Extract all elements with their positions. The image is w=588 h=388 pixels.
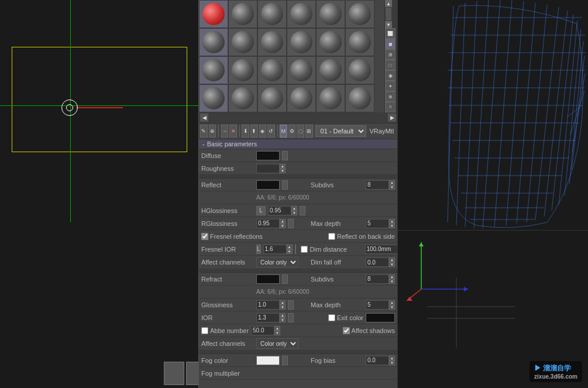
thumb-cell[interactable] xyxy=(287,28,316,56)
scroll-up-btn[interactable]: ▲ xyxy=(385,0,392,7)
exit-color-checkbox-label[interactable]: Exit color xyxy=(328,314,363,321)
show-map-btn[interactable]: M xyxy=(280,125,287,138)
hglossiness-spin-down[interactable]: ▼ xyxy=(291,211,297,215)
dim-fall-off-input[interactable] xyxy=(366,257,389,267)
fog-color-swatch[interactable] xyxy=(256,356,280,365)
reflect-map-btn[interactable] xyxy=(282,180,288,190)
put-material-btn[interactable]: ⬆ xyxy=(250,125,258,138)
subdivs-spin-up[interactable]: ▲ xyxy=(389,180,395,185)
ior-spin-down[interactable]: ▼ xyxy=(280,318,286,322)
effects-btn[interactable]: ◌ xyxy=(297,125,304,138)
reset-btn[interactable]: ↺ xyxy=(267,125,275,138)
refract-max-depth-spin-down[interactable]: ▼ xyxy=(389,305,395,310)
ior-map-btn[interactable] xyxy=(288,313,294,322)
nav-left-arrow[interactable]: ◀ xyxy=(200,114,208,122)
refract-glossiness-spin-up[interactable]: ▲ xyxy=(280,300,286,305)
side-icon-2[interactable]: ◼ xyxy=(385,39,396,49)
fresnel-reflections-checkbox[interactable] xyxy=(201,233,208,240)
thumb-cell[interactable] xyxy=(257,0,287,28)
refract-color-swatch[interactable] xyxy=(256,274,280,284)
side-icon-3[interactable]: ⊞ xyxy=(385,49,396,60)
assign-btn[interactable]: → xyxy=(221,125,229,138)
hglossiness-map-btn[interactable] xyxy=(300,206,305,215)
thumb-cell[interactable] xyxy=(316,0,345,28)
thumb-cell[interactable] xyxy=(287,84,316,112)
thumb-cell[interactable] xyxy=(287,56,316,84)
fresnel-ior-spin-down[interactable]: ▼ xyxy=(287,249,293,254)
material-name-select[interactable]: 01 - Default xyxy=(315,125,366,137)
thumb-cell[interactable] xyxy=(199,28,228,56)
fresnel-ior-spin-up[interactable]: ▲ xyxy=(287,245,293,249)
fog-color-map-btn[interactable] xyxy=(282,356,288,365)
dim-fall-off-spin-up[interactable]: ▲ xyxy=(389,257,395,262)
fog-bias-spin-up[interactable]: ▲ xyxy=(389,356,395,360)
affect-channels-reflect-select[interactable]: Color only xyxy=(256,257,298,267)
thumb-cell[interactable] xyxy=(345,56,374,84)
rglossiness-spin-down[interactable]: ▼ xyxy=(280,224,286,228)
section-collapse-btn[interactable]: - xyxy=(202,140,205,147)
exit-color-checkbox[interactable] xyxy=(328,314,335,321)
thumb-cell-active[interactable] xyxy=(199,0,228,28)
abbe-spin-down[interactable]: ▼ xyxy=(274,331,280,335)
refract-subdivs-spin-up[interactable]: ▲ xyxy=(389,274,395,279)
delete-btn[interactable]: ✕ xyxy=(229,125,237,138)
exit-color-swatch[interactable] xyxy=(366,313,395,322)
nav-right-arrow[interactable]: ▶ xyxy=(388,114,396,122)
refract-glossiness-map-btn[interactable] xyxy=(288,300,294,310)
refract-subdivs-input[interactable] xyxy=(366,274,389,284)
dim-distance-checkbox-label[interactable] xyxy=(301,246,308,253)
side-icon-8[interactable]: ⌗ xyxy=(385,102,396,112)
side-icon-4[interactable]: □ xyxy=(385,60,396,70)
fog-bias-input[interactable] xyxy=(366,356,389,365)
thumb-cell[interactable] xyxy=(199,56,228,84)
pick-btn[interactable]: ⊕ xyxy=(209,125,216,138)
refract-subdivs-spin-down[interactable]: ▼ xyxy=(389,279,395,284)
thumb-cell[interactable] xyxy=(257,56,287,84)
ior-input[interactable] xyxy=(256,313,280,322)
affect-shadows-checkbox-label[interactable]: Affect shadows xyxy=(343,327,395,334)
thumb-cell[interactable] xyxy=(228,28,257,56)
hglossiness-input[interactable] xyxy=(268,206,291,215)
thumb-cell[interactable] xyxy=(257,28,287,56)
diffuse-color-swatch[interactable] xyxy=(256,151,280,160)
dim-distance-checkbox[interactable] xyxy=(301,246,308,253)
reflect-back-side-checkbox-label[interactable]: Reflect on back side xyxy=(328,233,395,240)
max-depth-spin-down[interactable]: ▼ xyxy=(389,224,395,228)
thumb-cell[interactable] xyxy=(199,84,228,112)
max-depth-input[interactable] xyxy=(366,219,389,228)
rglossiness-input[interactable] xyxy=(256,219,280,228)
reflect-back-side-checkbox[interactable] xyxy=(328,233,335,240)
fresnel-ior-l-btn[interactable]: L xyxy=(256,245,261,254)
thumb-cell[interactable] xyxy=(287,0,316,28)
thumb-cell[interactable] xyxy=(316,28,345,56)
fresnel-ior-map-btn[interactable] xyxy=(295,245,296,254)
abbe-checkbox[interactable] xyxy=(201,327,208,334)
rglossiness-map-btn[interactable] xyxy=(288,219,294,228)
subdivs-spin-down[interactable]: ▼ xyxy=(389,185,395,190)
get-material-btn[interactable]: ⬇ xyxy=(242,125,249,138)
side-icon-1[interactable]: ⬜ xyxy=(385,28,396,39)
options-btn[interactable]: ⚙ xyxy=(288,125,296,138)
refract-glossiness-input[interactable] xyxy=(256,300,280,310)
eyedropper-btn[interactable]: ✎ xyxy=(200,125,208,138)
hglossiness-l-btn[interactable]: L xyxy=(256,206,266,215)
dim-distance-input[interactable] xyxy=(365,245,397,254)
side-icon-6[interactable]: ✦ xyxy=(385,81,396,91)
abbe-checkbox-label[interactable]: Abbe number xyxy=(201,327,249,334)
ior-spin-up[interactable]: ▲ xyxy=(280,313,286,318)
thumb-cell[interactable] xyxy=(316,56,345,84)
fresnel-reflections-checkbox-label[interactable]: Fresnel reflections xyxy=(201,233,263,240)
roughness-spin-up[interactable]: ▲ xyxy=(280,164,286,169)
thumb-cell[interactable] xyxy=(257,84,287,112)
reflect-color-swatch[interactable] xyxy=(256,180,280,190)
thumb-cell[interactable] xyxy=(228,84,257,112)
refract-glossiness-spin-down[interactable]: ▼ xyxy=(280,305,286,310)
side-icon-7[interactable]: ⊕ xyxy=(385,91,396,102)
refract-max-depth-spin-up[interactable]: ▲ xyxy=(389,300,395,305)
thumb-cell[interactable] xyxy=(345,0,374,28)
roughness-spin-down[interactable]: ▼ xyxy=(280,169,286,173)
scroll-down-btn[interactable]: ▼ xyxy=(385,21,392,28)
rglossiness-spin-up[interactable]: ▲ xyxy=(280,219,286,224)
thumb-cell[interactable] xyxy=(228,0,257,28)
refract-map-btn[interactable] xyxy=(282,274,288,284)
